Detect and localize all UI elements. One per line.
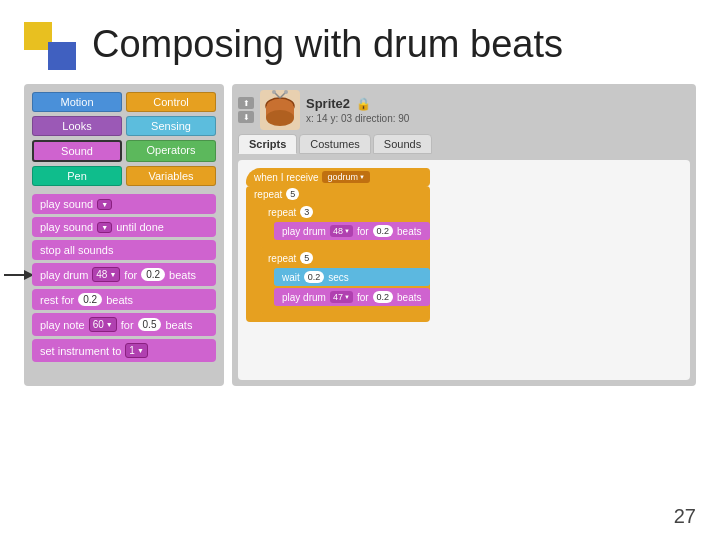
page-number: 27 <box>674 505 696 528</box>
script-group: when I receive godrum repeat 5 repeat <box>246 168 430 322</box>
repeat-5-num[interactable]: 5 <box>300 252 313 264</box>
block-stack: play sound play sound until done stop al… <box>32 194 216 362</box>
repeat-inner: repeat 3 play drum 48 for 0.2 <box>260 204 430 248</box>
sprite-y-label: y: <box>330 113 341 124</box>
block-play-drum-beats-num[interactable]: 0.2 <box>141 268 165 281</box>
sprite-y-val: 03 <box>341 113 352 124</box>
cat-variables[interactable]: Variables <box>126 166 216 186</box>
page-title: Composing with drum beats <box>92 23 563 66</box>
repeat-outer-label: repeat <box>254 189 282 200</box>
repeat-inner-label: repeat <box>268 207 296 218</box>
play-drum-2-beats-num[interactable]: 0.2 <box>373 291 394 303</box>
play-drum-1-for: for <box>357 226 369 237</box>
tab-costumes[interactable]: Costumes <box>299 134 371 154</box>
sprite-x-val: 14 <box>317 113 328 124</box>
block-play-drum-label: play drum <box>40 269 88 281</box>
repeat-5-header: repeat 5 <box>260 250 430 266</box>
play-drum-block-2[interactable]: play drum 47 for 0.2 beats <box>274 288 430 306</box>
icon-square-blue <box>48 42 76 70</box>
block-set-instrument-dropdown[interactable]: 1 <box>125 343 148 358</box>
scripts-area: when I receive godrum repeat 5 repeat <box>238 160 690 380</box>
tab-scripts[interactable]: Scripts <box>238 134 297 154</box>
cat-control[interactable]: Control <box>126 92 216 112</box>
block-rest-beats-num[interactable]: 0.2 <box>78 293 102 306</box>
block-rest-for[interactable]: rest for 0.2 beats <box>32 289 216 310</box>
category-grid: Motion Control Looks Sensing Sound Opera… <box>32 92 216 186</box>
wait-val[interactable]: 0.2 <box>304 271 325 283</box>
repeat-inner-body: play drum 48 for 0.2 beats <box>274 220 430 242</box>
block-play-drum[interactable]: play drum 48 for 0.2 beats <box>32 263 216 286</box>
cat-pen[interactable]: Pen <box>32 166 122 186</box>
repeat-5-body: wait 0.2 secs play drum 47 for 0.2 <box>274 266 430 308</box>
block-play-sound[interactable]: play sound <box>32 194 216 214</box>
cat-operators[interactable]: Operators <box>126 140 216 162</box>
repeat-outer-body: repeat 3 play drum 48 for 0.2 <box>260 202 430 316</box>
block-play-sound-until-label: play sound <box>40 221 93 233</box>
svg-point-6 <box>272 90 276 94</box>
arrow-1 <box>4 270 34 280</box>
cat-sensing[interactable]: Sensing <box>126 116 216 136</box>
block-play-sound-dropdown[interactable] <box>97 199 112 210</box>
play-drum-2-beats-label: beats <box>397 292 421 303</box>
cat-looks[interactable]: Looks <box>32 116 122 136</box>
header: Composing with drum beats <box>0 0 720 80</box>
svg-point-7 <box>284 90 288 94</box>
stage-nav-btns: ⬆ ⬇ <box>238 97 254 123</box>
block-stop-all-sounds-label: stop all sounds <box>40 244 113 256</box>
scratch-stage-area: ⬆ ⬇ Sprite2 <box>232 84 696 386</box>
block-play-note-beats-label: beats <box>165 319 192 331</box>
repeat-outer: repeat 5 repeat 3 <box>246 186 430 322</box>
block-set-instrument[interactable]: set instrument to 1 <box>32 339 216 362</box>
cat-motion[interactable]: Motion <box>32 92 122 112</box>
wait-label: wait <box>282 272 300 283</box>
sprite-thumbnail <box>260 90 300 130</box>
block-play-note-beats-num[interactable]: 0.5 <box>138 318 162 331</box>
repeat-inner-num[interactable]: 3 <box>300 206 313 218</box>
block-play-sound-until-dropdown[interactable] <box>97 222 112 233</box>
block-play-drum-wrapper: play drum 48 for 0.2 beats <box>32 263 216 286</box>
wait-block[interactable]: wait 0.2 secs <box>274 268 430 286</box>
when-i-receive-block[interactable]: when I receive godrum <box>246 168 430 186</box>
nav-up-btn[interactable]: ⬆ <box>238 97 254 109</box>
play-drum-block-1[interactable]: play drum 48 for 0.2 beats <box>274 222 430 240</box>
wait-secs-label: secs <box>328 272 349 283</box>
block-play-note[interactable]: play note 60 for 0.5 beats <box>32 313 216 336</box>
sprite-name: Sprite2 <box>306 96 350 111</box>
block-play-drum-dropdown[interactable]: 48 <box>92 267 120 282</box>
lock-icon: 🔒 <box>356 97 371 111</box>
main-content: Motion Control Looks Sensing Sound Opera… <box>0 84 720 386</box>
block-rest-for-label: rest for <box>40 294 74 306</box>
sprite-dir-label: direction: <box>355 113 398 124</box>
repeat-outer-header: repeat 5 <box>246 186 430 202</box>
repeat-outer-num[interactable]: 5 <box>286 188 299 200</box>
sprite-dir-val: 90 <box>398 113 409 124</box>
svg-point-3 <box>266 110 294 126</box>
block-play-sound-until-done[interactable]: play sound until done <box>32 217 216 237</box>
block-rest-beats-label: beats <box>106 294 133 306</box>
cat-sound[interactable]: Sound <box>32 140 122 162</box>
sprite-info: Sprite2 🔒 x: 14 y: 03 direction: 90 <box>306 96 690 124</box>
block-play-note-for: for <box>121 319 134 331</box>
block-stop-all-sounds[interactable]: stop all sounds <box>32 240 216 260</box>
block-play-note-label: play note <box>40 319 85 331</box>
play-drum-2-dropdown[interactable]: 47 <box>330 291 353 303</box>
header-icon <box>24 18 76 70</box>
nav-down-btn[interactable]: ⬇ <box>238 111 254 123</box>
repeat-inner-foot <box>260 242 430 248</box>
sprite-x-label: x: <box>306 113 317 124</box>
play-drum-1-label: play drum <box>282 226 326 237</box>
repeat-inner-header: repeat 3 <box>260 204 430 220</box>
block-set-instrument-label: set instrument to <box>40 345 121 357</box>
block-play-note-dropdown[interactable]: 60 <box>89 317 117 332</box>
play-drum-1-beats-num[interactable]: 0.2 <box>373 225 394 237</box>
scratch-palette: Motion Control Looks Sensing Sound Opera… <box>24 84 224 386</box>
block-until-done-label: until done <box>116 221 164 233</box>
event-dropdown[interactable]: godrum <box>322 171 369 183</box>
sprite-coords: x: 14 y: 03 direction: 90 <box>306 113 690 124</box>
block-play-sound-label: play sound <box>40 198 93 210</box>
play-drum-1-beats-label: beats <box>397 226 421 237</box>
tab-sounds[interactable]: Sounds <box>373 134 432 154</box>
play-drum-2-label: play drum <box>282 292 326 303</box>
block-play-drum-beats-label: beats <box>169 269 196 281</box>
play-drum-1-dropdown[interactable]: 48 <box>330 225 353 237</box>
